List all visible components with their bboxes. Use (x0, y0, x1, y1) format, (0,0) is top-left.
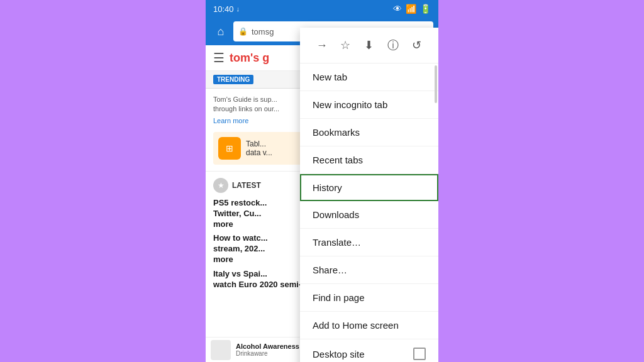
latest-star-icon: ★ (213, 178, 228, 193)
wifi-icon: 📶 (406, 4, 416, 14)
menu-item-new-tab[interactable]: New tab (300, 63, 438, 91)
site-logo: tom's g (230, 52, 269, 65)
status-bar: 10:40 ↓ 👁 📶 🔋 (206, 0, 438, 18)
trending-badge: TRENDING (213, 75, 253, 84)
status-icons: 👁 📶 🔋 (393, 4, 431, 14)
menu-item-desktop-site[interactable]: Desktop site (300, 339, 438, 362)
menu-item-share[interactable]: Share… (300, 256, 438, 284)
menu-item-bookmarks[interactable]: Bookmarks (300, 119, 438, 146)
url-text: tomsg (252, 27, 274, 36)
desktop-site-checkbox[interactable] (413, 348, 426, 360)
menu-item-new-incognito-tab[interactable]: New incognito tab (300, 91, 438, 119)
learn-more-link[interactable]: Learn more (213, 117, 248, 124)
home-icon: ⌂ (218, 25, 225, 38)
hamburger-menu[interactable]: ☰ (213, 50, 225, 65)
menu-item-recent-tabs[interactable]: Recent tabs (300, 146, 438, 174)
status-time: 10:40 ↓ (213, 4, 240, 14)
download-icon[interactable]: ⬇ (358, 34, 380, 57)
bookmark-icon[interactable]: ☆ (334, 34, 357, 57)
home-button[interactable]: ⌂ (211, 21, 231, 41)
table-text: Tabl...data v... (246, 140, 272, 157)
menu-scrollbar[interactable] (435, 65, 437, 103)
menu-item-find-in-page[interactable]: Find in page (300, 284, 438, 312)
phone-frame: 10:40 ↓ 👁 📶 🔋 ⌂ 🔒 tomsg ☰ tom's g TREN (206, 0, 438, 362)
privacy-icon: 👁 (393, 4, 402, 14)
menu-item-translate[interactable]: Translate… (300, 229, 438, 256)
lock-icon: 🔒 (238, 27, 248, 36)
table-icon: ⊞ (218, 137, 241, 160)
dropdown-icon-row: → ☆ ⬇ ⓘ ↺ (300, 28, 438, 63)
battery-icon: 🔋 (420, 4, 431, 14)
menu-item-history[interactable]: History (300, 174, 438, 201)
dropdown-menu: → ☆ ⬇ ⓘ ↺ New tab New incognito tab Book… (300, 28, 438, 362)
menu-item-downloads[interactable]: Downloads (300, 201, 438, 229)
menu-item-add-home-screen[interactable]: Add to Home screen (300, 312, 438, 339)
info-icon[interactable]: ⓘ (382, 34, 404, 57)
latest-label: LATEST (232, 181, 261, 190)
refresh-icon[interactable]: ↺ (405, 34, 428, 57)
ad-logo (211, 340, 231, 360)
forward-icon[interactable]: → (311, 34, 333, 57)
